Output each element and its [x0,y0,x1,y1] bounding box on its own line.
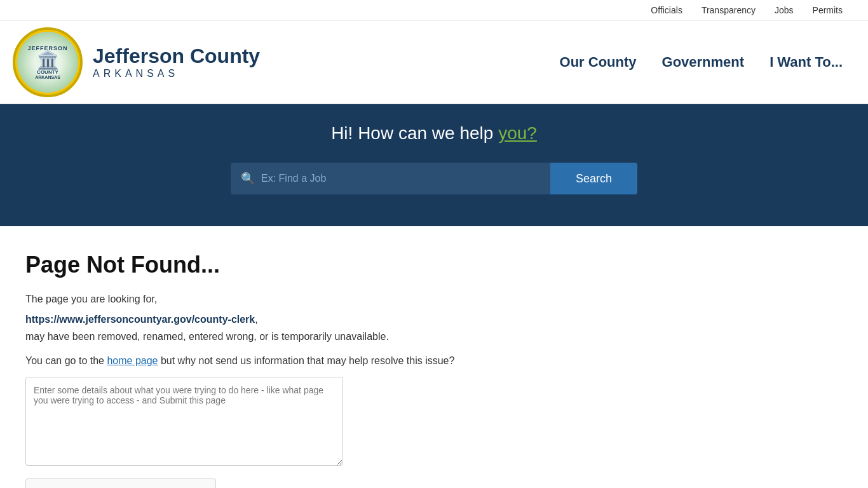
county-name-text: Jefferson County [93,45,260,67]
permits-link[interactable]: Permits [813,5,843,15]
nav-our-county[interactable]: Our County [560,54,637,71]
county-seal: JEFFERSON 🏛️ COUNTY ARKANSAS [13,27,83,97]
home-page-link[interactable]: home page [107,355,158,366]
not-found-url-line: https://www.jeffersoncountyar.gov/county… [25,311,546,328]
site-header: JEFFERSON 🏛️ COUNTY ARKANSAS Jefferson C… [0,21,868,104]
hero-heading-prefix: Hi! How can we help [331,123,498,143]
main-nav: Our County Government I Want To... [560,54,843,71]
nav-i-want-to[interactable]: I Want To... [770,54,843,71]
nav-government[interactable]: Government [662,54,745,71]
missing-url-link[interactable]: https://www.jeffersoncountyar.gov/county… [25,314,255,325]
not-found-desc-line2: may have been removed, renamed, entered … [25,331,546,342]
search-icon: 🔍 [241,172,255,186]
logo-area: JEFFERSON 🏛️ COUNTY ARKANSAS Jefferson C… [13,27,260,97]
recaptcha-widget: I'm not a robot reCAPTCHA Privacy - Term… [25,478,216,488]
feedback-textarea[interactable] [25,377,343,466]
state-name-text: ARKANSAS [93,68,260,79]
hero-banner: Hi! How can we help you? 🔍 Search [0,104,868,226]
transparency-link[interactable]: Transparency [702,5,756,15]
main-content: Page Not Found... The page you are looki… [0,226,572,488]
page-title: Page Not Found... [25,252,546,278]
logo-text: Jefferson County ARKANSAS [93,45,260,79]
courthouse-icon: 🏛️ [37,51,59,69]
hero-heading: Hi! How can we help you? [25,123,843,144]
hero-heading-highlight: you? [498,123,537,143]
search-input-wrap: 🔍 [231,163,550,194]
search-button[interactable]: Search [550,163,637,194]
jobs-link[interactable]: Jobs [775,5,794,15]
top-bar: Officials Transparency Jobs Permits [0,0,868,21]
officials-link[interactable]: Officials [651,5,682,15]
search-input[interactable] [261,163,540,194]
search-bar: 🔍 Search [231,163,637,194]
help-line: You can go to the home page but why not … [25,355,546,367]
not-found-desc-line1: The page you are looking for, [25,291,546,308]
